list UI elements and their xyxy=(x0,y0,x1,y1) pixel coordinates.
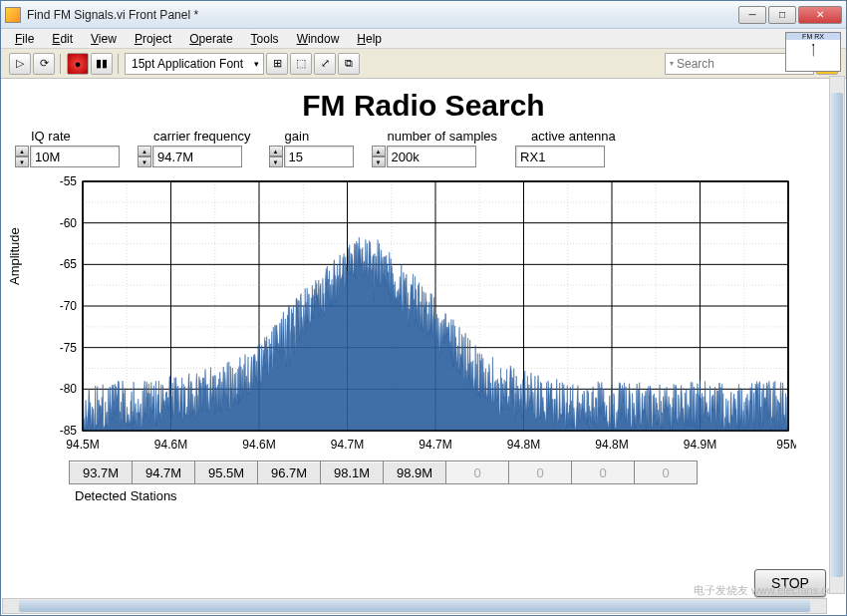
menu-tools[interactable]: Tools xyxy=(243,30,287,48)
toolbar-separator xyxy=(118,54,120,74)
detected-stations-label: Detected Stations xyxy=(75,488,832,503)
station-cell[interactable]: 93.7M xyxy=(69,461,133,484)
search-chevron-icon: ▾ xyxy=(670,59,674,68)
antenna-field[interactable]: RX1 xyxy=(515,146,605,167)
menu-operate[interactable]: Operate xyxy=(181,30,240,48)
station-cell[interactable]: 96.7M xyxy=(257,461,321,484)
watermark: 电子发烧友 www.elecfans.com xyxy=(694,584,842,597)
station-cell[interactable]: 0 xyxy=(634,461,698,484)
samples-field[interactable]: 200k xyxy=(387,146,476,167)
chart-svg: 94.5M94.6M94.6M94.7M94.7M94.8M94.8M94.9M… xyxy=(39,175,796,455)
scrollbar-thumb[interactable] xyxy=(19,600,810,612)
svg-text:-60: -60 xyxy=(60,216,78,230)
svg-text:-70: -70 xyxy=(60,299,78,313)
font-selector[interactable]: 15pt Application Font xyxy=(125,53,264,75)
window-chrome: Find FM Signals.vi Front Panel * ─ □ ✕ F… xyxy=(0,0,847,616)
resize-button[interactable]: ⤢ xyxy=(314,53,336,75)
menu-project[interactable]: Project xyxy=(127,30,179,48)
iq-rate-label: IQ rate xyxy=(15,129,120,144)
front-panel: FM Radio Search IQ rate ▲▼ 10M carrier f… xyxy=(1,79,846,615)
svg-text:95M: 95M xyxy=(776,438,796,452)
carrier-control: carrier frequency ▲▼ 94.7M xyxy=(138,129,251,167)
station-cell[interactable]: 95.5M xyxy=(194,461,258,484)
toolbar: ▷ ⟳ ● ▮▮ 15pt Application Font ⊞ ⬚ ⤢ ⧉ ▾… xyxy=(1,49,846,79)
menu-window[interactable]: Window xyxy=(289,30,348,48)
iq-rate-spinner[interactable]: ▲▼ xyxy=(15,146,29,167)
menu-help[interactable]: Help xyxy=(349,30,390,48)
run-continuous-button[interactable]: ⟳ xyxy=(33,53,55,75)
window-title: Find FM Signals.vi Front Panel * xyxy=(27,8,738,22)
svg-text:94.6M: 94.6M xyxy=(242,438,275,452)
antenna-control: active antenna RX1 xyxy=(515,129,616,167)
svg-text:-65: -65 xyxy=(60,257,78,271)
svg-text:-75: -75 xyxy=(60,341,78,355)
svg-text:94.9M: 94.9M xyxy=(684,438,716,452)
run-button[interactable]: ▷ xyxy=(9,53,31,75)
station-cell[interactable]: 0 xyxy=(508,461,572,484)
page-title: FM Radio Search xyxy=(15,89,832,123)
carrier-field[interactable]: 94.7M xyxy=(152,146,242,167)
svg-text:94.7M: 94.7M xyxy=(331,438,364,452)
distribute-button[interactable]: ⬚ xyxy=(290,53,312,75)
antenna-label: active antenna xyxy=(515,129,616,144)
samples-control: number of samples ▲▼ 200k xyxy=(372,129,498,167)
vertical-scrollbar[interactable] xyxy=(829,76,845,594)
menu-edit[interactable]: Edit xyxy=(44,30,81,48)
svg-text:94.5M: 94.5M xyxy=(66,438,99,452)
window-buttons: ─ □ ✕ xyxy=(738,6,842,24)
scrollbar-thumb[interactable] xyxy=(831,93,843,577)
svg-text:-55: -55 xyxy=(60,175,78,188)
svg-text:94.6M: 94.6M xyxy=(154,438,187,452)
app-icon xyxy=(5,7,21,23)
close-button[interactable]: ✕ xyxy=(798,6,842,24)
iq-rate-control: IQ rate ▲▼ 10M xyxy=(15,129,120,167)
gain-control: gain ▲▼ 15 xyxy=(269,129,354,167)
vi-icon-label: FM RX xyxy=(786,33,840,40)
align-button[interactable]: ⊞ xyxy=(266,53,288,75)
abort-button[interactable]: ● xyxy=(67,53,89,75)
svg-text:94.7M: 94.7M xyxy=(419,438,451,452)
controls-row: IQ rate ▲▼ 10M carrier frequency ▲▼ 94.7… xyxy=(15,129,832,167)
station-cell[interactable]: 94.7M xyxy=(132,461,195,484)
svg-text:94.8M: 94.8M xyxy=(507,438,540,452)
carrier-spinner[interactable]: ▲▼ xyxy=(138,146,151,167)
station-cell[interactable]: 98.1M xyxy=(320,461,384,484)
station-cell[interactable]: 98.9M xyxy=(383,461,446,484)
chart-ylabel: Amplitude xyxy=(7,227,22,285)
gain-spinner[interactable]: ▲▼ xyxy=(269,146,283,167)
station-cell[interactable]: 0 xyxy=(445,461,509,484)
titlebar[interactable]: Find FM Signals.vi Front Panel * ─ □ ✕ xyxy=(1,1,846,29)
vi-icon-pane[interactable]: FM RX ᛙ xyxy=(785,32,841,72)
detected-stations-row: 93.7M94.7M95.5M96.7M98.1M98.9M0000 xyxy=(69,461,832,484)
carrier-label: carrier frequency xyxy=(138,129,251,144)
svg-text:-85: -85 xyxy=(60,424,78,438)
menu-view[interactable]: View xyxy=(83,30,125,48)
gain-label: gain xyxy=(269,129,354,144)
samples-spinner[interactable]: ▲▼ xyxy=(372,146,386,167)
reorder-button[interactable]: ⧉ xyxy=(338,53,360,75)
svg-text:-80: -80 xyxy=(60,382,78,396)
minimize-button[interactable]: ─ xyxy=(738,6,766,24)
horizontal-scrollbar[interactable] xyxy=(2,598,827,614)
svg-text:94.8M: 94.8M xyxy=(595,438,628,452)
gain-field[interactable]: 15 xyxy=(284,146,354,167)
maximize-button[interactable]: □ xyxy=(768,6,796,24)
menu-file[interactable]: File xyxy=(7,30,42,48)
pause-button[interactable]: ▮▮ xyxy=(91,53,113,75)
iq-rate-field[interactable]: 10M xyxy=(30,146,120,167)
toolbar-separator xyxy=(60,54,62,74)
font-selector-label: 15pt Application Font xyxy=(132,57,243,71)
samples-label: number of samples xyxy=(372,129,498,144)
spectrum-chart: Amplitude 94.5M94.6M94.6M94.7M94.7M94.8M… xyxy=(39,175,830,455)
antenna-icon: ᛙ xyxy=(809,42,817,58)
menubar: FileEditViewProjectOperateToolsWindowHel… xyxy=(1,29,846,49)
station-cell[interactable]: 0 xyxy=(571,461,635,484)
